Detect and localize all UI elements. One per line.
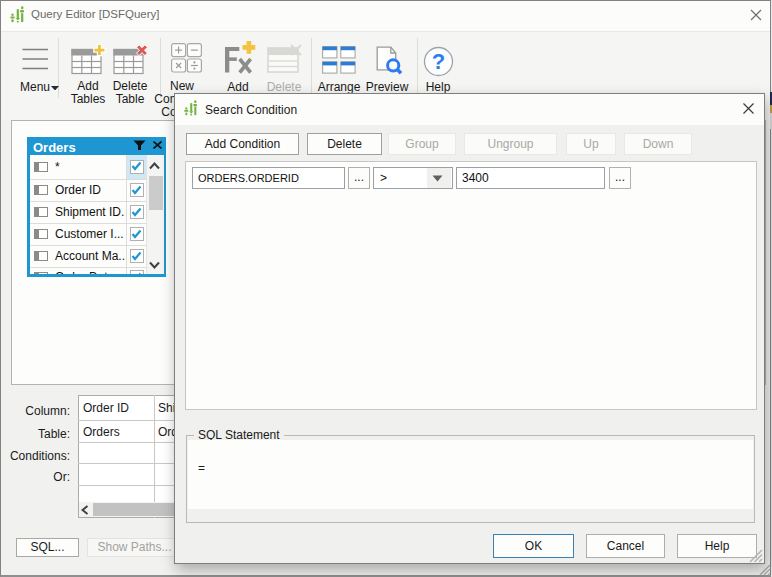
svg-text:?: ? — [432, 49, 445, 74]
